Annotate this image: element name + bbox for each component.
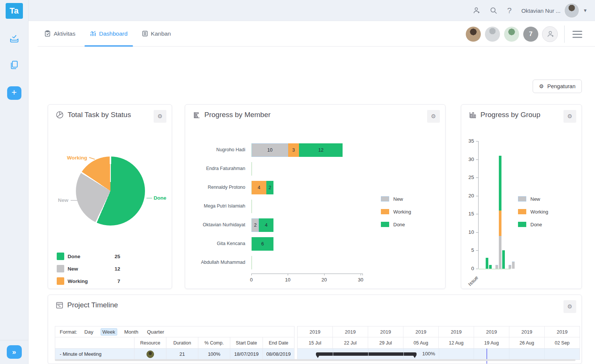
- axis-baseline: [251, 200, 252, 213]
- app-logo[interactable]: Ta: [6, 3, 23, 19]
- timeline-format-bar: Format: Day Week Month Quarter: [55, 326, 294, 337]
- gantt-grid-line: [368, 349, 368, 359]
- axis-tick-label: 0: [250, 277, 252, 283]
- member-x-axis: 0102030: [251, 274, 363, 274]
- card-settings-button[interactable]: ⚙: [427, 110, 440, 123]
- member-name: Oktavian Nurhidayat: [185, 222, 245, 227]
- format-option-month[interactable]: Month: [123, 329, 140, 335]
- axis-tick-label: 10: [285, 277, 290, 283]
- pie-callout-line: [71, 200, 77, 201]
- y-tick: [476, 214, 478, 214]
- format-option-week[interactable]: Week: [101, 328, 117, 335]
- legend-swatch-done: [57, 253, 64, 260]
- member-row: Nugroho Hadi10312: [185, 141, 445, 159]
- tab-label: Kanban: [151, 30, 171, 37]
- member-overflow-count[interactable]: 7: [523, 26, 539, 42]
- duration-cell: 21: [166, 349, 198, 359]
- card-settings-button[interactable]: ⚙: [154, 110, 166, 123]
- sidebar: Ta + »: [0, 0, 29, 364]
- bar-segment-working: [499, 211, 501, 236]
- member-stacked-bar: 6: [252, 237, 273, 251]
- axis-baseline: [251, 256, 252, 269]
- legend-swatch-new: [518, 196, 526, 202]
- group-bar: [502, 250, 505, 269]
- y-tick: [476, 250, 478, 251]
- menu-icon[interactable]: [571, 29, 584, 39]
- y-tick: [476, 232, 478, 233]
- member-stacked-bar: 10312: [252, 143, 343, 157]
- y-tick: [476, 196, 478, 196]
- settings-button[interactable]: ⚙ Pengaturan: [533, 80, 582, 93]
- add-member-icon[interactable]: [472, 7, 480, 14]
- member-stacked-bar: 42: [252, 181, 273, 194]
- group-bar: [499, 156, 501, 269]
- bar-segment-done: [489, 265, 492, 269]
- tab-kanban[interactable]: Kanban: [142, 21, 171, 46]
- pie-label-working: Working: [55, 155, 87, 161]
- format-option-day[interactable]: Day: [83, 329, 95, 335]
- table-row-minute-of-meeting[interactable]: - Minute of Meeting 21 100% 18/07/2019 0…: [55, 349, 294, 359]
- column-task: [55, 337, 134, 348]
- card-settings-button[interactable]: ⚙: [563, 110, 576, 123]
- pie-callout-line: [89, 157, 95, 159]
- today-marker-line: [486, 349, 487, 364]
- status-legend: Done 25 New 12 Working 7: [57, 253, 120, 289]
- member-avatar[interactable]: [504, 26, 519, 42]
- gantt-summary-bar[interactable]: [316, 352, 417, 356]
- pie-label-new: New: [56, 197, 68, 203]
- axis-baseline: [251, 162, 252, 176]
- y-tick-label: 10: [463, 229, 474, 235]
- legend-label: Done: [530, 222, 542, 227]
- search-icon[interactable]: [490, 7, 497, 14]
- card-header: Project Timeline: [56, 301, 118, 309]
- divider: [564, 26, 565, 43]
- horizontal-scrollbar[interactable]: [55, 359, 575, 361]
- bar-segment-done: [499, 156, 501, 211]
- projects-icon[interactable]: [9, 60, 19, 71]
- tab-aktivitas[interactable]: Aktivitas: [44, 21, 76, 46]
- bar-segment-done: 12: [299, 143, 343, 157]
- member-avatar[interactable]: [465, 26, 481, 42]
- y-tick: [476, 269, 478, 269]
- user-menu[interactable]: Oktavian Nur ... ▼: [521, 3, 587, 18]
- inbox-icon[interactable]: [9, 34, 20, 45]
- legend-swatch-working: [57, 277, 64, 285]
- gantt-year-cell: 2019: [368, 326, 403, 337]
- dashboard-screen: ? Oktavian Nur ... ▼ Ta + »: [0, 0, 595, 364]
- member-avatar-placeholder[interactable]: [485, 26, 500, 42]
- expand-sidebar-button[interactable]: »: [7, 345, 22, 359]
- user-avatar: [564, 3, 579, 18]
- gantt-icon: [56, 301, 63, 309]
- format-option-quarter[interactable]: Quarter: [145, 329, 166, 335]
- tab-label: Dashboard: [99, 30, 128, 37]
- tab-dashboard[interactable]: Dashboard: [90, 21, 128, 46]
- member-row: Abdullah Muhammad: [185, 253, 445, 272]
- add-new-button[interactable]: +: [7, 86, 21, 100]
- legend-item: Working: [381, 209, 411, 214]
- gantt-year-row: 20192019201920192019201920192019: [298, 326, 580, 337]
- legend-label: Working: [393, 209, 411, 215]
- pie-label-done: Done: [154, 195, 166, 201]
- bar-segment-done: [486, 258, 488, 269]
- y-tick: [476, 159, 478, 160]
- add-member-avatar-button[interactable]: [542, 26, 558, 42]
- end-date-cell: 08/08/2019: [263, 349, 294, 359]
- bar-segment-new: [499, 236, 501, 269]
- legend-value: 7: [104, 278, 120, 284]
- bar-segment-new: 10: [252, 143, 288, 157]
- member-name: Rennaldy Protono: [185, 185, 245, 190]
- legend-swatch-done: [381, 222, 389, 227]
- help-icon[interactable]: ?: [507, 6, 512, 15]
- legend-swatch-done: [518, 222, 526, 227]
- gantt-year-cell: 2019: [544, 326, 580, 337]
- bar-segment-new: 2: [252, 218, 259, 232]
- axis-tick: [288, 274, 288, 275]
- card-settings-button[interactable]: ⚙: [563, 300, 576, 313]
- member-row: Endra Faturahman: [185, 159, 445, 178]
- legend-value: 25: [104, 254, 120, 259]
- card-title: Progress by Group: [480, 111, 540, 119]
- gantt-week-cell: 29 Jul: [368, 337, 403, 348]
- axis-tick: [324, 274, 325, 275]
- project-members: 7: [465, 26, 584, 43]
- legend-item: New: [381, 196, 411, 202]
